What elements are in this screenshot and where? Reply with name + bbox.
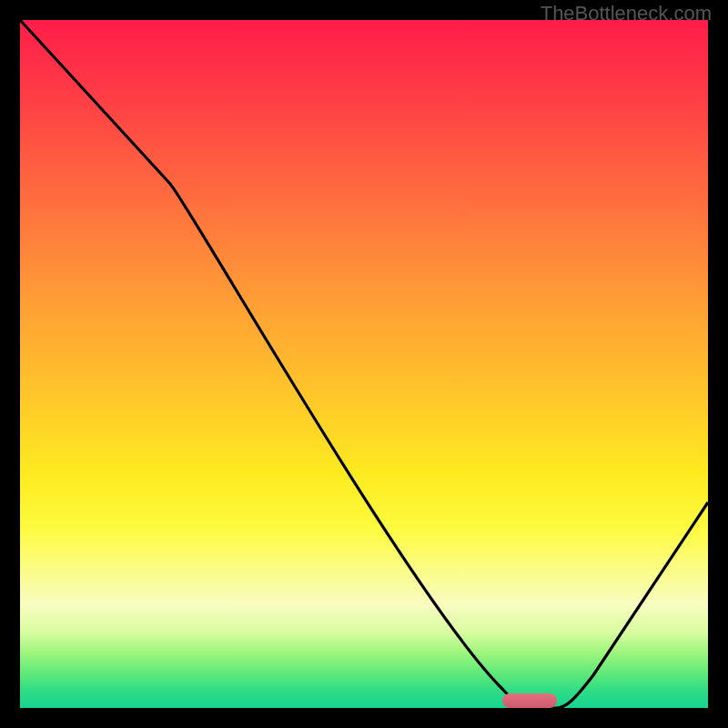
chart-curve [20,20,708,708]
bottleneck-curve-path [20,20,708,708]
watermark-text: TheBottleneck.com [541,2,712,25]
chart-frame [20,20,708,708]
